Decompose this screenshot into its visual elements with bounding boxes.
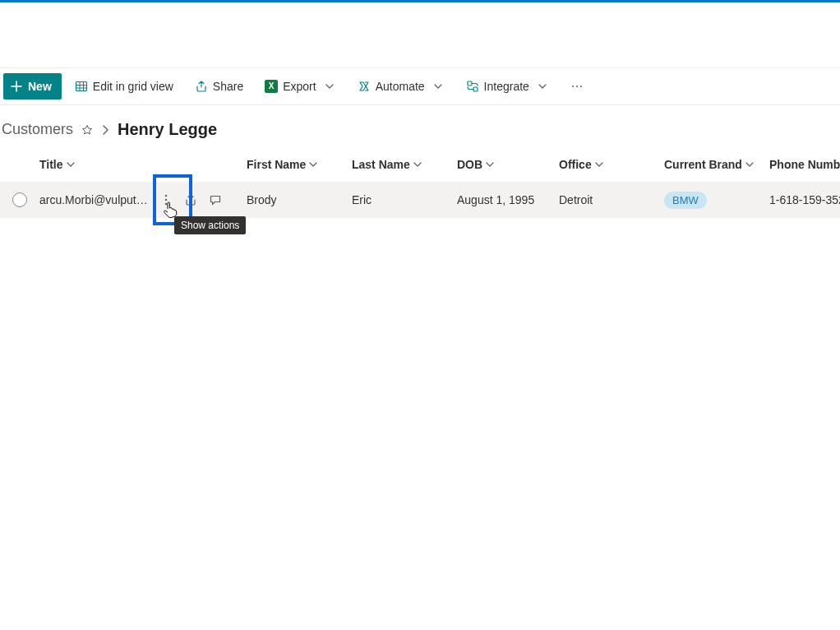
row-last-name: Eric xyxy=(352,193,457,206)
column-header-label: Last Name xyxy=(352,158,410,171)
excel-icon xyxy=(265,80,278,93)
column-header-label: First Name xyxy=(247,158,306,171)
table-row[interactable]: arcu.Morbi@vulputatedui... Brody Eric Au… xyxy=(0,182,840,218)
command-bar: New Edit in grid view Share Export Autom… xyxy=(0,68,840,105)
export-label: Export xyxy=(283,80,316,93)
svg-rect-0 xyxy=(76,82,86,91)
breadcrumb-list-link[interactable]: Customers xyxy=(2,121,73,138)
edit-grid-button[interactable]: Edit in grid view xyxy=(67,73,182,100)
automate-label: Automate xyxy=(376,80,425,93)
comment-icon xyxy=(209,193,222,206)
chevron-down-icon xyxy=(536,80,549,93)
integrate-label: Integrate xyxy=(484,80,529,93)
chevron-down-icon xyxy=(432,80,445,93)
ellipsis-icon xyxy=(567,86,587,87)
suite-header-blank xyxy=(0,0,840,68)
breadcrumb-separator-icon xyxy=(101,125,109,135)
column-header-label: Phone Number xyxy=(769,158,840,171)
column-header-first-name[interactable]: First Name xyxy=(247,158,352,171)
top-accent-bar xyxy=(0,0,840,2)
column-header-label: Title xyxy=(39,158,63,171)
column-header-last-name[interactable]: Last Name xyxy=(352,158,457,171)
row-office: Detroit xyxy=(559,193,664,206)
brand-tag[interactable]: BMW xyxy=(664,192,707,209)
column-header-label: Office xyxy=(559,158,592,171)
row-comment-button[interactable] xyxy=(204,188,227,211)
edit-grid-label: Edit in grid view xyxy=(93,80,173,93)
share-icon xyxy=(184,193,197,206)
integrate-icon xyxy=(466,80,479,93)
automate-button[interactable]: Automate xyxy=(349,73,453,100)
radio-icon xyxy=(12,192,27,207)
new-button[interactable]: New xyxy=(3,73,62,100)
chevron-down-icon xyxy=(323,80,336,93)
svg-point-4 xyxy=(165,199,167,201)
row-dob: August 1, 1995 xyxy=(457,193,559,206)
flow-icon xyxy=(358,80,371,93)
column-header-dob[interactable]: DOB xyxy=(457,158,559,171)
tooltip-show-actions: Show actions xyxy=(174,216,246,234)
share-icon xyxy=(195,80,208,93)
row-phone-number: 1-618-159-3521 xyxy=(769,193,840,206)
column-header-phone-number[interactable]: Phone Number xyxy=(769,158,840,171)
column-header-label: DOB xyxy=(457,158,482,171)
breadcrumb: Customers Henry Legge xyxy=(0,105,840,147)
svg-rect-1 xyxy=(468,81,472,86)
svg-point-5 xyxy=(165,203,167,205)
show-actions-button[interactable] xyxy=(155,188,178,211)
breadcrumb-current: Henry Legge xyxy=(118,120,217,139)
star-icon[interactable] xyxy=(81,124,93,136)
share-label: Share xyxy=(213,80,243,93)
more-commands-button[interactable] xyxy=(562,73,592,100)
svg-rect-2 xyxy=(473,87,478,91)
row-select[interactable] xyxy=(0,192,39,207)
new-button-label: New xyxy=(28,80,52,93)
integrate-button[interactable]: Integrate xyxy=(458,73,557,100)
vertical-ellipsis-icon xyxy=(159,193,173,206)
svg-point-3 xyxy=(165,195,167,197)
plus-icon xyxy=(10,80,23,93)
column-header-current-brand[interactable]: Current Brand xyxy=(664,158,769,171)
column-header-title[interactable]: Title xyxy=(39,158,247,171)
share-button[interactable]: Share xyxy=(187,73,252,100)
row-first-name: Brody xyxy=(247,193,352,206)
export-button[interactable]: Export xyxy=(256,73,344,100)
column-header-office[interactable]: Office xyxy=(559,158,664,171)
row-share-button[interactable] xyxy=(179,188,202,211)
grid-icon xyxy=(75,80,88,93)
row-title[interactable]: arcu.Morbi@vulputatedui... xyxy=(39,193,151,206)
column-header-label: Current Brand xyxy=(664,158,742,171)
details-list: Title First Name Last Name DOB Office Cu… xyxy=(0,147,840,218)
list-header-row: Title First Name Last Name DOB Office Cu… xyxy=(0,147,840,182)
